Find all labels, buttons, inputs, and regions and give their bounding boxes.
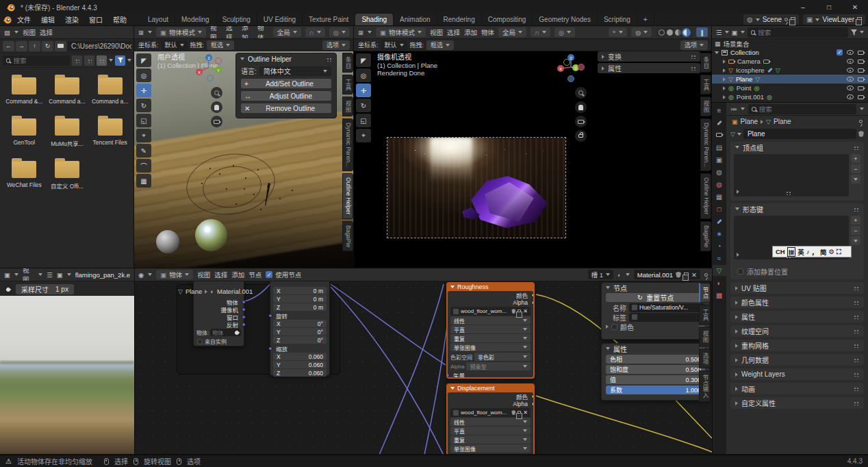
menu-edit[interactable]: 编辑 — [36, 14, 60, 25]
scale-y[interactable]: Y0.060 — [273, 361, 327, 368]
lock-icon[interactable] — [575, 130, 587, 142]
forward-button[interactable]: → — [16, 41, 27, 51]
camera-view-icon[interactable] — [575, 116, 587, 127]
object-row-point001[interactable]: ◎ Point.001 ◎ — [712, 92, 868, 101]
menu-object[interactable]: 物体 — [481, 27, 494, 37]
panel-header[interactable]: 属性 — [602, 344, 709, 353]
breadcrumb-object[interactable]: Plane — [741, 118, 758, 125]
chevron-down-icon[interactable] — [860, 108, 864, 110]
add-button[interactable]: + — [851, 216, 860, 225]
menu-select[interactable]: 选择 — [226, 26, 238, 39]
material-slot-selector[interactable]: 槽 1 — [588, 270, 613, 279]
editor-type-icon[interactable]: ▣ — [4, 271, 10, 279]
viewlayer-selector[interactable]: ▣ ViewLayer — [803, 14, 865, 25]
panel-header[interactable]: 形态键 — [730, 203, 864, 214]
ime-english[interactable]: 英 — [797, 247, 804, 257]
outline-helper-header[interactable]: Outline Helper — [236, 53, 336, 64]
node-label-field[interactable] — [629, 313, 705, 322]
expand-icon[interactable] — [723, 77, 726, 81]
transform-tool[interactable]: ⌖ — [356, 129, 371, 142]
attributes-panel[interactable]: 属性 — [730, 311, 864, 323]
frame-title[interactable]: Displacement — [446, 383, 535, 392]
fb-menu-view[interactable]: 视图 — [23, 27, 36, 37]
tab-tool[interactable]: 工具 — [699, 305, 711, 325]
camera-viewport-canvas[interactable]: 摄像机透视 (1) Collection | Plane Rendering D… — [354, 51, 712, 268]
editor-type-icon[interactable]: ⊞ — [138, 29, 144, 36]
tab-texture[interactable]: ▩ — [712, 290, 726, 301]
tab-sculpting[interactable]: Sculpting — [216, 14, 257, 26]
transform-panel-collapsed[interactable]: 变换 — [598, 51, 700, 62]
location-y[interactable]: Y0 m — [273, 295, 327, 303]
close-button[interactable]: ✕ — [842, 0, 868, 14]
coord-select[interactable]: 默认 — [381, 40, 407, 50]
measure-tool[interactable]: ⌒ — [136, 159, 151, 173]
tab-material[interactable]: ◐ — [712, 277, 726, 288]
options-menu[interactable]: 选项 — [322, 40, 350, 50]
checkbox-icon[interactable] — [737, 268, 743, 275]
unlink-icon[interactable]: ✕ — [691, 271, 697, 279]
colorspace-select[interactable]: 非色彩 — [474, 353, 531, 361]
menu-select[interactable]: 选择 — [447, 27, 460, 37]
menu-file[interactable]: 文件 — [12, 14, 36, 25]
new-folder-button[interactable] — [55, 41, 66, 51]
ime-punct[interactable]: ， — [812, 247, 819, 257]
animation-panel[interactable]: 动画 — [730, 383, 864, 394]
add-workspace-button[interactable]: + — [637, 14, 654, 26]
node-name-field[interactable]: Hue/Saturation/V... — [629, 303, 705, 312]
editor-type-icon[interactable]: ☰ — [716, 29, 722, 36]
weight-layers-panel[interactable]: Weight Layers — [730, 368, 864, 380]
object-row-plane-selected[interactable]: ▽ Plane ▽ — [712, 75, 868, 84]
display-thumbnails-button[interactable] — [97, 55, 107, 66]
displacement-frame[interactable]: Displacement 颜色 Alpha wood_floor_wom... … — [446, 383, 535, 455]
source-select[interactable]: 单张图像 — [450, 343, 531, 351]
tab-output[interactable]: ▤ — [712, 142, 726, 153]
location-x[interactable]: X0 m — [273, 287, 327, 294]
expand-icon[interactable] — [715, 51, 719, 54]
ime-toolbar[interactable]: CH 拼 英 ♪ ， 简 ⚙ ⛶ — [772, 246, 852, 257]
duplicate-icon[interactable] — [518, 310, 521, 313]
ime-sound-icon[interactable]: ♪ — [806, 248, 810, 255]
object-row-icosphere[interactable]: ▽ Icosphere ▽ — [712, 66, 868, 75]
eyedropper-icon[interactable] — [3, 284, 13, 294]
move-tool[interactable]: ✛ — [356, 84, 371, 97]
outliner-search-input[interactable] — [748, 27, 848, 38]
options-menu[interactable]: 选项 — [680, 40, 708, 50]
fake-user-shield-icon[interactable] — [511, 309, 515, 314]
tab-item[interactable]: 条目 — [700, 53, 711, 73]
node-output-camera[interactable]: 摄像机 — [194, 305, 244, 313]
blender-menu-icon[interactable] — [3, 15, 12, 24]
tab-rendering[interactable]: Rendering — [437, 14, 482, 26]
expand-icon[interactable] — [723, 86, 726, 90]
fake-user-shield-icon[interactable] — [511, 410, 515, 415]
tab-item[interactable]: 条目 — [342, 53, 353, 73]
image-texture-node[interactable]: 颜色 Alpha wood_floor_wom... ✕ 线性 平直 重复 单张… — [448, 291, 533, 377]
camera-view-icon[interactable] — [211, 116, 222, 127]
tab-dynamic-parent[interactable]: Dynamic Paren... — [700, 118, 711, 171]
tab-view-layer[interactable]: ▣ — [712, 154, 726, 165]
tab-constraints[interactable]: ≈ — [712, 253, 726, 264]
material-icon[interactable]: ◐ — [617, 271, 622, 279]
camera-visibility-icon[interactable] — [858, 60, 864, 64]
scene-collection-row[interactable]: ▦ 场景集合 — [712, 39, 868, 48]
tab-options[interactable]: 选项 — [699, 349, 711, 368]
duplicate-icon[interactable] — [684, 273, 689, 277]
chevron-down-icon[interactable] — [109, 59, 113, 62]
image-name[interactable]: flamingo_pan_2k.exr — [75, 271, 130, 279]
remove-button[interactable]: − — [851, 164, 860, 173]
camera-visibility-icon[interactable] — [858, 68, 864, 73]
show-gizmo-toggle[interactable]: ⌖ — [609, 27, 627, 37]
snap-toggle[interactable]: ∩ — [305, 27, 325, 37]
chevron-down-icon[interactable] — [860, 31, 864, 34]
menu-render[interactable]: 渲染 — [60, 14, 84, 25]
editor-type-icon[interactable]: ◉ — [138, 271, 144, 279]
tab-uv-editing[interactable]: UV Editing — [257, 14, 303, 26]
panel-header[interactable]: 顶点组 — [730, 142, 864, 153]
menu-add[interactable]: 添加 — [464, 27, 477, 37]
node-output-window[interactable]: 窗口 — [194, 313, 244, 320]
color-attributes-panel[interactable]: 颜色属性 — [730, 296, 864, 308]
expand-icon[interactable] — [723, 95, 726, 99]
source-select[interactable]: 单张图像 — [450, 444, 531, 453]
camera-visibility-icon[interactable] — [858, 77, 864, 81]
fake-user-shield-icon[interactable] — [676, 272, 681, 278]
ime-settings-icon[interactable]: ⚙ — [829, 248, 835, 255]
